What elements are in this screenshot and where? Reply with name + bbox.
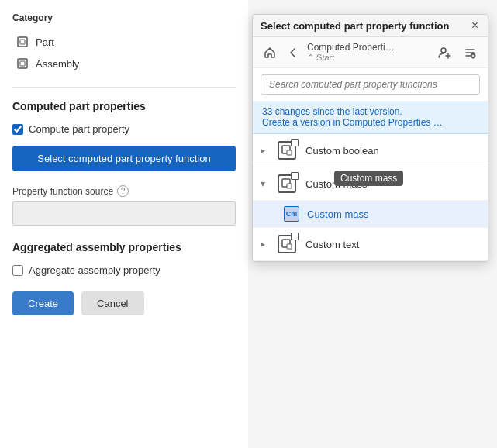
list-item-custom-boolean[interactable]: ▸ Custom boolean bbox=[253, 134, 488, 167]
help-icon[interactable]: ? bbox=[117, 185, 129, 197]
add-member-button[interactable] bbox=[435, 44, 455, 61]
aggregate-assembly-row[interactable]: Aggregate assembly property bbox=[12, 264, 236, 276]
search-input[interactable] bbox=[261, 74, 480, 95]
chevron-right-icon: ▸ bbox=[261, 145, 270, 156]
svg-rect-17 bbox=[287, 244, 292, 249]
aggregate-assembly-label: Aggregate assembly property bbox=[29, 264, 160, 276]
info-text: 33 changes since the last version. bbox=[262, 106, 402, 117]
chevron-down-icon: ▾ bbox=[261, 178, 270, 189]
custom-text-icon bbox=[276, 233, 298, 255]
list-item-custom-mass-sub[interactable]: Cm Custom mass bbox=[253, 201, 488, 228]
property-function-source-input[interactable] bbox=[12, 201, 236, 226]
info-banner: 33 changes since the last version. Creat… bbox=[253, 101, 488, 134]
list-item-custom-mass[interactable]: ▾ Custom mass Custom mass bbox=[253, 167, 488, 201]
home-button[interactable] bbox=[261, 45, 279, 60]
category-header: Category bbox=[12, 12, 236, 23]
aggregate-assembly-checkbox[interactable] bbox=[12, 265, 23, 276]
modal-toolbar: Computed Properti… ⌃ Start bbox=[253, 37, 488, 68]
category-item-assembly[interactable]: Assembly bbox=[12, 53, 236, 74]
left-panel: Category Part Assembly Computed part pro… bbox=[0, 0, 248, 448]
part-icon bbox=[16, 35, 29, 49]
aggregated-section: Aggregated assembly properties Aggregate… bbox=[12, 241, 236, 276]
svg-rect-2 bbox=[18, 59, 27, 68]
property-function-source-label: Property function source ? bbox=[12, 185, 236, 197]
compute-part-property-checkbox[interactable] bbox=[12, 124, 23, 135]
custom-mass-tooltip: Custom mass bbox=[334, 171, 403, 186]
custom-mass-icon bbox=[276, 173, 298, 195]
assembly-icon bbox=[16, 57, 29, 71]
create-button[interactable]: Create bbox=[12, 291, 74, 315]
svg-rect-13 bbox=[287, 150, 292, 155]
search-container bbox=[253, 68, 488, 101]
svg-point-4 bbox=[441, 48, 446, 53]
chevron-right-icon-2: ▸ bbox=[261, 239, 270, 250]
compute-part-property-row[interactable]: Compute part property bbox=[12, 123, 236, 135]
svg-rect-15 bbox=[287, 184, 292, 188]
modal-panel: Select computed part property function ×… bbox=[252, 14, 488, 262]
svg-rect-3 bbox=[20, 61, 25, 66]
custom-boolean-label: Custom boolean bbox=[305, 145, 379, 157]
back-button[interactable] bbox=[284, 45, 302, 60]
breadcrumb-sub: ⌃ Start bbox=[307, 53, 430, 63]
list-item-custom-text[interactable]: ▸ Custom text bbox=[253, 228, 488, 261]
modal-title: Select computed part property function bbox=[261, 20, 470, 32]
select-computed-btn[interactable]: Select computed part property function bbox=[12, 146, 236, 171]
custom-mass-sub-label: Custom mass bbox=[307, 208, 368, 220]
bottom-buttons: Create Cancel bbox=[12, 291, 236, 315]
modal-list: ▸ Custom boolean ▾ bbox=[253, 134, 488, 261]
create-version-link[interactable]: Create a version in Computed Properties … bbox=[262, 117, 443, 128]
breadcrumb: Computed Properti… ⌃ Start bbox=[307, 42, 430, 63]
settings-button[interactable] bbox=[460, 44, 480, 61]
category-item-part-label: Part bbox=[36, 36, 54, 48]
aggregated-section-title: Aggregated assembly properties bbox=[12, 241, 236, 253]
cancel-button[interactable]: Cancel bbox=[81, 291, 143, 315]
svg-rect-1 bbox=[20, 40, 25, 44]
custom-text-label: Custom text bbox=[305, 239, 359, 250]
modal-header: Select computed part property function × bbox=[253, 15, 488, 37]
custom-boolean-icon bbox=[276, 140, 298, 161]
category-item-part[interactable]: Part bbox=[12, 31, 236, 53]
svg-rect-0 bbox=[18, 37, 27, 47]
modal-close-button[interactable]: × bbox=[470, 19, 480, 32]
divider-1 bbox=[12, 87, 236, 88]
custom-mass-sub-icon: Cm bbox=[284, 206, 299, 222]
computed-section-title: Computed part properties bbox=[12, 100, 236, 112]
category-item-assembly-label: Assembly bbox=[36, 58, 79, 70]
compute-part-property-label: Compute part property bbox=[29, 123, 129, 135]
breadcrumb-title: Computed Properti… bbox=[307, 42, 430, 53]
